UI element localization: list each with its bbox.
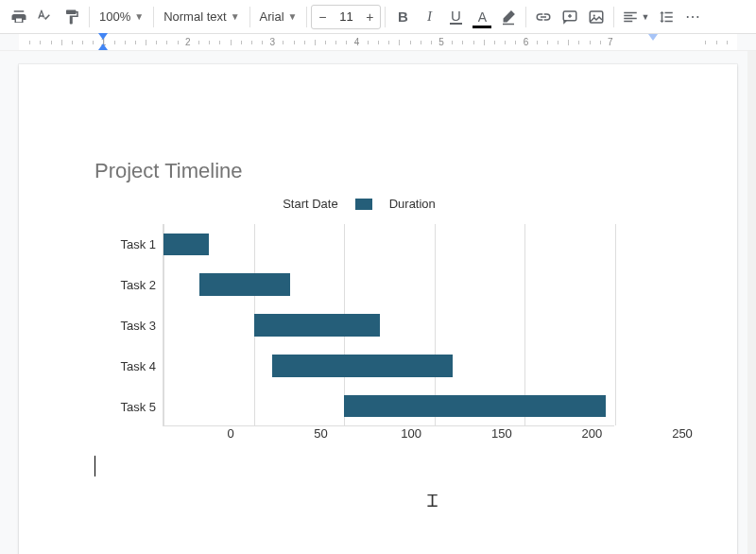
- chart-xtick: 0: [227, 426, 233, 441]
- ruler-tick: 6: [524, 37, 529, 47]
- spellcheck-icon[interactable]: [32, 4, 59, 30]
- italic-button[interactable]: I: [416, 4, 442, 30]
- line-spacing-button[interactable]: [653, 4, 679, 30]
- separator: [613, 7, 614, 27]
- chart-bar: [254, 314, 381, 337]
- ruler-tick: 4: [354, 37, 360, 47]
- more-button[interactable]: ⋯: [679, 4, 706, 30]
- chart-plot: Task 1Task 2Task 3Task 4Task 5 050100150…: [163, 224, 624, 443]
- ruler-tick: 5: [438, 37, 444, 47]
- chart-bar-row: [163, 355, 614, 377]
- separator: [385, 7, 386, 27]
- left-indent[interactable]: [98, 43, 108, 50]
- chart-xtick: 100: [401, 426, 421, 441]
- insert-image-icon[interactable]: [583, 4, 610, 30]
- chart-xtick: 150: [491, 426, 512, 441]
- bold-button[interactable]: B: [389, 4, 416, 30]
- separator: [306, 7, 307, 27]
- styles-value: Normal text: [163, 9, 226, 24]
- zoom-select[interactable]: 100% ▼: [94, 4, 149, 30]
- chart-bar: [344, 395, 606, 418]
- svg-point-2: [593, 14, 595, 16]
- ibeam-cursor-icon: Ꮖ: [427, 492, 438, 511]
- chart-xtick: 200: [582, 426, 603, 441]
- right-indent[interactable]: [648, 34, 658, 41]
- chart-ylabel: Task 1: [95, 237, 156, 251]
- font-size-plus[interactable]: +: [359, 6, 380, 28]
- first-line-indent[interactable]: [98, 33, 108, 40]
- paint-format-icon[interactable]: [59, 4, 85, 30]
- chart-bar-row: [163, 273, 614, 296]
- font-size-value[interactable]: 11: [333, 9, 359, 24]
- separator: [89, 7, 90, 27]
- chart-bar-row: [163, 234, 614, 256]
- align-button[interactable]: ▼: [618, 4, 653, 30]
- page[interactable]: Project Timeline Start Date Duration Tas…: [19, 64, 737, 554]
- text-caret: [94, 456, 95, 476]
- legend-label-duration: Duration: [389, 197, 436, 211]
- chevron-down-icon: ▼: [641, 12, 649, 22]
- add-comment-icon[interactable]: [557, 4, 583, 30]
- chart-xtick: 50: [314, 426, 327, 441]
- chart-bar: [272, 355, 453, 377]
- font-size-stepper[interactable]: − 11 +: [311, 5, 381, 29]
- separator: [525, 7, 526, 27]
- ruler[interactable]: 1234567: [0, 34, 756, 51]
- chart-bar: [199, 273, 290, 296]
- chart-bar: [163, 234, 209, 256]
- document-canvas[interactable]: Project Timeline Start Date Duration Tas…: [0, 51, 756, 554]
- underline-button[interactable]: U: [442, 4, 469, 30]
- zoom-value: 100%: [99, 9, 130, 24]
- ruler-tick: 7: [608, 37, 613, 47]
- chart-bar-row: [163, 395, 614, 418]
- legend-label-start-date: Start Date: [283, 197, 338, 211]
- styles-select[interactable]: Normal text ▼: [158, 4, 245, 30]
- chart-bar-row: [163, 314, 614, 337]
- chart-xtick: 250: [672, 426, 693, 441]
- font-size-minus[interactable]: −: [312, 6, 333, 28]
- chart-title: Project Timeline: [94, 159, 624, 183]
- font-value: Arial: [260, 9, 284, 24]
- separator: [153, 7, 154, 27]
- chevron-down-icon: ▼: [231, 11, 240, 22]
- chart[interactable]: Project Timeline Start Date Duration Tas…: [94, 159, 624, 443]
- toolbar: 100% ▼ Normal text ▼ Arial ▼ − 11 + B I …: [0, 0, 756, 34]
- ruler-tick: 2: [185, 37, 191, 47]
- chevron-down-icon: ▼: [288, 11, 298, 22]
- chart-ylabel: Task 2: [95, 278, 156, 292]
- text-color-button[interactable]: A: [469, 4, 495, 30]
- chart-legend: Start Date Duration: [94, 197, 624, 211]
- separator: [249, 7, 250, 27]
- font-select[interactable]: Arial ▼: [254, 4, 303, 30]
- chart-gridline: [615, 224, 616, 425]
- chart-ylabel: Task 3: [95, 319, 156, 333]
- scrollbar-vertical[interactable]: [747, 51, 756, 554]
- chart-ylabel: Task 4: [95, 358, 156, 372]
- chevron-down-icon: ▼: [134, 11, 144, 22]
- highlight-button[interactable]: [495, 4, 522, 30]
- insert-link-icon[interactable]: [530, 4, 557, 30]
- legend-swatch-duration: [355, 199, 372, 210]
- ruler-tick: 3: [269, 37, 275, 47]
- chart-ylabel: Task 5: [95, 399, 156, 413]
- print-icon[interactable]: [6, 4, 32, 30]
